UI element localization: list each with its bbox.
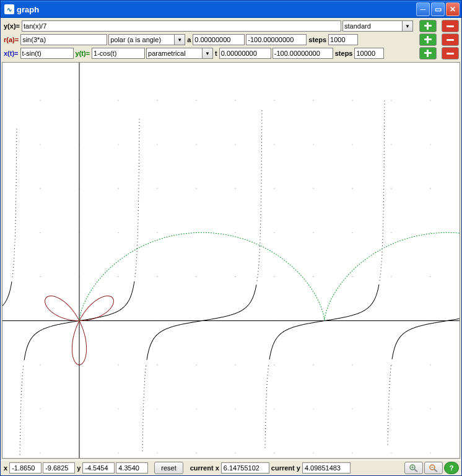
- y-from-field[interactable]: [82, 462, 115, 474]
- svg-point-36: [196, 452, 196, 453]
- svg-point-4: [40, 276, 40, 277]
- svg-point-87: [391, 188, 391, 189]
- svg-point-1: [40, 408, 40, 409]
- xt-input[interactable]: [20, 48, 74, 59]
- x-from-field[interactable]: [9, 462, 41, 474]
- add-button[interactable]: [419, 20, 437, 32]
- svg-point-20: [118, 364, 118, 365]
- svg-point-42: [196, 188, 196, 189]
- svg-point-71: [313, 100, 313, 100]
- svg-point-69: [313, 188, 313, 189]
- x-to-field[interactable]: [43, 462, 75, 474]
- plus-icon: [424, 22, 432, 30]
- remove-button[interactable]: [442, 47, 459, 60]
- svg-point-83: [391, 364, 391, 365]
- statusbar: x y reset current x current y ?: [1, 460, 461, 475]
- svg-point-55: [274, 408, 274, 409]
- help-button[interactable]: ?: [444, 462, 459, 474]
- graph-canvas[interactable]: [2, 62, 460, 459]
- t-from-input[interactable]: [219, 48, 271, 59]
- reset-button[interactable]: reset: [154, 462, 183, 474]
- chevron-down-icon[interactable]: ▼: [174, 34, 185, 45]
- ra-input[interactable]: [20, 34, 107, 45]
- svg-point-78: [352, 188, 352, 189]
- svg-point-23: [118, 232, 118, 233]
- svg-point-50: [235, 232, 235, 233]
- mode-select-parametric[interactable]: ▼: [146, 48, 213, 59]
- svg-point-76: [352, 276, 352, 277]
- titlebar[interactable]: ∿ graph ─ ▭ ✕: [1, 1, 461, 18]
- svg-point-92: [430, 364, 430, 365]
- t-label: t: [214, 50, 218, 57]
- x-label: x: [3, 464, 8, 472]
- svg-point-79: [352, 144, 352, 144]
- svg-point-0: [40, 452, 40, 453]
- zoom-out-button[interactable]: [424, 462, 443, 474]
- svg-point-80: [352, 100, 352, 100]
- chevron-down-icon[interactable]: ▼: [202, 48, 213, 59]
- function-row-parametric: x(t)= y(t)= ▼ t steps: [3, 47, 459, 60]
- svg-point-24: [118, 188, 118, 189]
- minimize-button[interactable]: ─: [416, 2, 430, 16]
- window-title: graph: [17, 5, 39, 14]
- mode-param-value[interactable]: [146, 48, 202, 59]
- svg-point-60: [274, 188, 274, 189]
- svg-point-27: [157, 452, 157, 453]
- svg-point-96: [430, 188, 430, 189]
- svg-point-18: [118, 452, 118, 453]
- steps-label: steps: [334, 50, 354, 57]
- mode-select-polar[interactable]: ▼: [108, 34, 185, 45]
- remove-button[interactable]: [442, 33, 459, 46]
- svg-point-58: [274, 276, 274, 277]
- steps-input-polar[interactable]: [328, 34, 358, 45]
- svg-point-2: [40, 364, 40, 365]
- svg-point-51: [235, 188, 235, 189]
- svg-point-90: [430, 452, 430, 453]
- mode-polar-value[interactable]: [108, 34, 174, 45]
- plus-icon: [424, 50, 432, 57]
- yx-input[interactable]: [22, 20, 341, 32]
- svg-point-97: [430, 144, 430, 144]
- add-button[interactable]: [419, 47, 437, 60]
- zoom-in-button[interactable]: [404, 462, 423, 474]
- svg-point-40: [196, 276, 196, 277]
- svg-point-7: [40, 144, 40, 144]
- svg-point-72: [352, 452, 352, 453]
- chevron-down-icon[interactable]: ▼: [402, 20, 413, 32]
- svg-point-45: [235, 452, 235, 453]
- steps-input-param[interactable]: [354, 48, 384, 59]
- a-from-input[interactable]: [193, 34, 245, 45]
- svg-point-8: [40, 100, 40, 100]
- svg-point-32: [157, 232, 157, 233]
- svg-point-26: [118, 100, 118, 100]
- y-to-field[interactable]: [116, 462, 148, 474]
- current-y-label: current y: [271, 464, 301, 472]
- svg-point-54: [274, 452, 274, 453]
- svg-line-106: [434, 469, 437, 472]
- t-to-input[interactable]: [272, 48, 333, 59]
- remove-button[interactable]: [442, 20, 459, 32]
- mode-select-standard[interactable]: ▼: [342, 20, 413, 32]
- svg-point-59: [274, 232, 274, 233]
- add-button[interactable]: [419, 33, 437, 46]
- svg-point-38: [196, 364, 196, 365]
- current-y-value: [302, 462, 351, 474]
- maximize-button[interactable]: ▭: [431, 2, 445, 16]
- svg-point-22: [118, 276, 118, 277]
- svg-point-62: [274, 100, 274, 100]
- svg-point-95: [430, 232, 430, 233]
- svg-point-6: [40, 188, 40, 189]
- svg-point-43: [196, 144, 196, 144]
- current-x-label: current x: [190, 464, 220, 472]
- close-button[interactable]: ✕: [446, 2, 460, 16]
- svg-point-5: [40, 232, 40, 233]
- yt-label: y(t)=: [75, 50, 91, 57]
- yx-label: y(x)=: [3, 22, 20, 30]
- a-to-input[interactable]: [246, 34, 307, 45]
- svg-point-89: [391, 100, 391, 100]
- svg-point-61: [274, 144, 274, 144]
- mode-standard-value[interactable]: [342, 20, 402, 32]
- plot-svg: [2, 63, 460, 458]
- toolbar: y(x)= ▼ r(a)= ▼ a steps: [1, 18, 461, 62]
- yt-input[interactable]: [92, 48, 145, 59]
